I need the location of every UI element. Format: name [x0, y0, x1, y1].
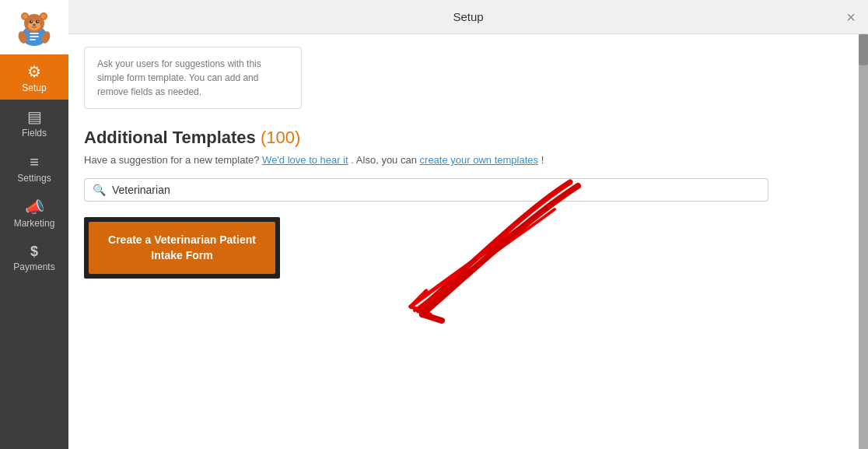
- sidebar: ⚙ Setup ▤ Fields ≡ Settings 📣 Marketing …: [0, 0, 68, 449]
- sidebar-label-fields: Fields: [22, 128, 47, 139]
- create-templates-link[interactable]: create your own templates: [420, 154, 538, 166]
- hear-it-link[interactable]: We'd love to hear it: [262, 154, 348, 166]
- search-icon: 🔍: [93, 184, 106, 196]
- template-card-partial: Ask your users for suggestions with this…: [84, 47, 302, 109]
- sidebar-item-settings[interactable]: ≡ Settings: [0, 145, 68, 190]
- marketing-icon: 📣: [25, 199, 44, 215]
- sidebar-item-fields[interactable]: ▤ Fields: [0, 100, 68, 145]
- content: Ask your users for suggestions with this…: [68, 34, 868, 449]
- additional-templates-heading-text: Additional Templates: [84, 128, 256, 147]
- svg-point-8: [41, 14, 46, 19]
- additional-templates-heading-wrap: Additional Templates (100): [84, 128, 843, 148]
- svg-point-10: [30, 20, 33, 23]
- template-card-description: Ask your users for suggestions with this…: [97, 57, 289, 99]
- content-area-wrapper: Ask your users for suggestions with this…: [68, 34, 868, 449]
- search-input[interactable]: [112, 184, 760, 196]
- additional-templates-title: Additional Templates (100): [84, 128, 300, 147]
- svg-rect-3: [30, 39, 36, 40]
- svg-point-6: [23, 14, 27, 19]
- svg-point-11: [36, 20, 39, 23]
- main-wrapper: Setup × Ask your users for suggestions w…: [68, 0, 868, 449]
- bear-icon: [13, 6, 55, 48]
- scrollbar-thumb[interactable]: [859, 34, 868, 65]
- svg-point-13: [37, 21, 38, 22]
- scrollbar[interactable]: [859, 34, 868, 449]
- header: Setup ×: [68, 0, 868, 34]
- sidebar-item-payments[interactable]: $ Payments: [0, 235, 68, 279]
- settings-icon: ≡: [30, 154, 39, 170]
- close-button[interactable]: ×: [846, 9, 856, 25]
- gear-icon: ⚙: [27, 64, 41, 79]
- app-logo: [0, 0, 68, 54]
- payments-icon: $: [30, 244, 38, 258]
- content-inner: Ask your users for suggestions with this…: [68, 34, 859, 449]
- fields-icon: ▤: [27, 109, 42, 125]
- sidebar-label-setup: Setup: [22, 82, 46, 93]
- svg-point-12: [31, 21, 32, 22]
- search-box: 🔍: [84, 178, 768, 202]
- additional-templates-count: (100): [261, 128, 300, 147]
- sidebar-label-settings: Settings: [17, 173, 51, 184]
- additional-templates-subtitle: Have a suggestion for a new template? We…: [84, 154, 843, 166]
- svg-point-14: [33, 24, 36, 26]
- sidebar-label-payments: Payments: [13, 261, 54, 272]
- svg-rect-1: [30, 33, 39, 34]
- template-button-wrap: Create a Veterinarian PatientIntake Form: [84, 217, 280, 279]
- sidebar-item-setup[interactable]: ⚙ Setup: [0, 54, 68, 100]
- sidebar-item-marketing[interactable]: 📣 Marketing: [0, 190, 68, 235]
- sidebar-label-marketing: Marketing: [14, 218, 55, 229]
- header-title: Setup: [453, 10, 483, 23]
- svg-rect-2: [30, 36, 39, 37]
- create-veterinarian-form-button[interactable]: Create a Veterinarian PatientIntake Form: [89, 222, 275, 274]
